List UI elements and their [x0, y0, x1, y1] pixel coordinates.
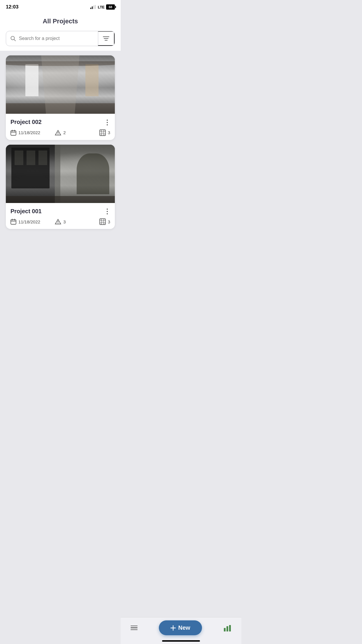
svg-line-1 — [14, 39, 15, 41]
more-vertical-icon — [107, 209, 108, 214]
project-scan-item: 3 — [77, 130, 110, 136]
arch-door-right — [85, 64, 99, 96]
filter-button[interactable] — [98, 31, 115, 46]
scan-icon — [99, 218, 106, 225]
svg-line-36 — [100, 219, 105, 224]
project-scan-item: 3 — [77, 218, 110, 225]
svg-rect-8 — [11, 131, 16, 135]
project-scan-count: 3 — [108, 219, 110, 224]
project-more-button[interactable] — [104, 207, 110, 216]
project-warning-item: 2 — [44, 130, 77, 136]
warning-icon — [55, 219, 61, 225]
search-input-area — [6, 36, 98, 41]
svg-point-6 — [107, 122, 108, 123]
svg-point-5 — [107, 120, 108, 121]
project-thumbnail — [6, 55, 115, 114]
project-meta: 11/18/2022 2 — [10, 130, 110, 136]
svg-line-19 — [100, 130, 105, 135]
project-card[interactable]: Project 001 11 — [6, 145, 115, 229]
project-warning-count: 3 — [63, 219, 66, 224]
project-title-row: Project 002 — [10, 118, 110, 127]
arch-door-left — [25, 64, 38, 96]
svg-line-20 — [100, 130, 105, 135]
search-icon — [10, 36, 16, 41]
page-title: All Projects — [6, 18, 115, 25]
arch-tree — [77, 153, 109, 194]
filter-icon — [103, 36, 109, 41]
svg-point-23 — [107, 213, 108, 214]
svg-rect-24 — [11, 220, 16, 224]
signal-bars-icon — [90, 5, 96, 9]
project-date: 11/18/2022 — [18, 130, 40, 135]
network-type: LTE — [98, 5, 105, 9]
arch-window-1 — [15, 150, 23, 165]
status-time: 12:03 — [6, 4, 18, 10]
arch-window-2 — [27, 150, 35, 165]
scan-icon — [99, 130, 106, 136]
project-warning-count: 2 — [63, 130, 66, 135]
svg-point-7 — [107, 124, 108, 125]
page-header: All Projects — [0, 13, 121, 31]
project-thumbnail — [6, 145, 115, 203]
project-date: 11/18/2022 — [18, 219, 40, 224]
project-meta: 11/18/2022 3 — [10, 218, 110, 225]
status-icons: LTE 68 — [90, 4, 115, 10]
calendar-icon — [10, 219, 16, 225]
project-name: Project 002 — [10, 119, 42, 125]
project-scan-count: 3 — [108, 130, 110, 135]
svg-point-21 — [107, 209, 108, 210]
project-title-row: Project 001 — [10, 207, 110, 216]
battery-icon: 68 — [106, 4, 115, 10]
status-bar: 12:03 LTE 68 — [0, 0, 121, 13]
arch-ground — [6, 196, 115, 203]
project-card[interactable]: Project 002 11 — [6, 55, 115, 140]
svg-point-13 — [58, 134, 59, 135]
svg-point-29 — [58, 223, 59, 224]
svg-line-35 — [100, 219, 105, 224]
project-name: Project 001 — [10, 208, 42, 215]
project-warning-item: 3 — [44, 219, 77, 225]
project-info: Project 001 11 — [6, 203, 115, 229]
search-input[interactable] — [19, 36, 94, 41]
project-more-button[interactable] — [104, 118, 110, 127]
project-date-item: 11/18/2022 — [10, 219, 44, 225]
search-bar — [6, 31, 115, 46]
projects-list: Project 002 11 — [0, 51, 121, 269]
project-image-1 — [6, 55, 115, 114]
svg-point-22 — [107, 211, 108, 212]
project-info: Project 002 11 — [6, 114, 115, 140]
calendar-icon — [10, 130, 16, 136]
project-date-item: 11/18/2022 — [10, 130, 44, 136]
arch-window-3 — [38, 150, 47, 165]
project-image-2 — [6, 145, 115, 203]
warning-icon — [55, 130, 61, 136]
more-vertical-icon — [107, 120, 108, 125]
search-container — [0, 31, 121, 51]
